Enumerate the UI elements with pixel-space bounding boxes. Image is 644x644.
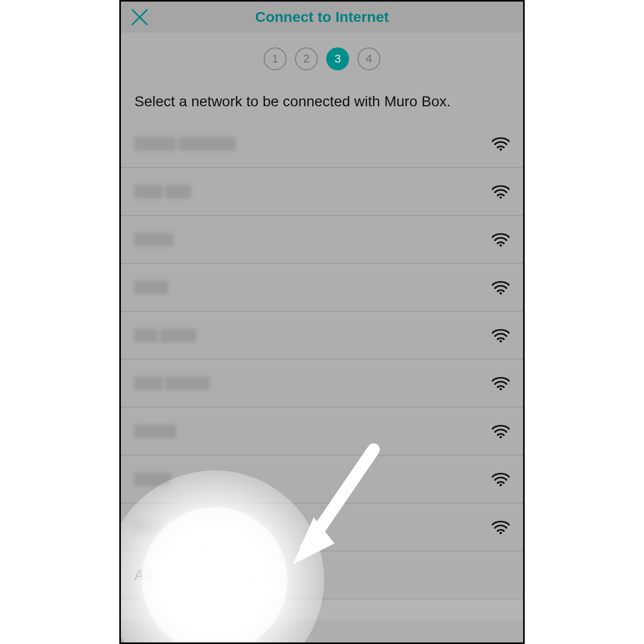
network-row[interactable] xyxy=(121,312,523,360)
step-1: 1 xyxy=(264,47,287,70)
svg-point-9 xyxy=(500,484,502,486)
close-button[interactable] xyxy=(130,8,149,27)
network-row[interactable] xyxy=(121,216,523,264)
network-ssid-blurred xyxy=(134,281,168,294)
wifi-icon xyxy=(492,328,510,343)
network-row[interactable] xyxy=(121,264,523,312)
bottom-spacer xyxy=(121,599,523,620)
network-row[interactable] xyxy=(121,120,523,168)
svg-point-7 xyxy=(500,388,502,390)
wifi-icon xyxy=(492,424,510,439)
page-title: Connect to Internet xyxy=(121,9,523,26)
svg-point-4 xyxy=(500,244,502,246)
svg-point-2 xyxy=(500,148,502,151)
network-ssid-blurred xyxy=(134,377,209,390)
wifi-icon xyxy=(492,280,510,295)
network-row[interactable] xyxy=(121,360,523,407)
step-indicator: 1 2 3 4 xyxy=(121,33,523,85)
network-ssid-blurred xyxy=(134,473,171,486)
network-row[interactable] xyxy=(121,407,523,455)
svg-point-3 xyxy=(500,196,502,199)
wifi-icon xyxy=(492,520,510,535)
network-list: Add Network xyxy=(121,120,523,620)
network-ssid-blurred xyxy=(134,521,163,534)
instruction-text: Select a network to be connected with Mu… xyxy=(121,85,523,120)
network-row[interactable] xyxy=(121,503,523,551)
close-icon xyxy=(130,8,149,27)
step-2: 2 xyxy=(295,47,318,70)
svg-point-5 xyxy=(500,292,502,294)
network-row[interactable] xyxy=(121,455,523,503)
wifi-icon xyxy=(492,376,510,391)
network-ssid-blurred xyxy=(134,185,191,199)
network-ssid-blurred xyxy=(134,425,176,438)
network-ssid-blurred xyxy=(134,329,196,342)
add-network-label: Add Network xyxy=(134,567,218,584)
header: Connect to Internet xyxy=(121,2,523,33)
add-network-button[interactable]: Add Network xyxy=(121,551,523,599)
svg-point-10 xyxy=(500,531,502,534)
step-4: 4 xyxy=(357,47,380,70)
wifi-icon xyxy=(492,137,510,151)
svg-point-6 xyxy=(500,340,502,342)
network-ssid-blurred xyxy=(134,137,236,151)
network-row[interactable] xyxy=(121,168,523,216)
wifi-icon xyxy=(492,184,510,199)
network-ssid-blurred xyxy=(134,233,174,246)
wifi-icon xyxy=(492,232,510,247)
svg-point-8 xyxy=(500,436,502,438)
wifi-icon xyxy=(492,472,510,487)
step-3: 3 xyxy=(326,47,349,70)
